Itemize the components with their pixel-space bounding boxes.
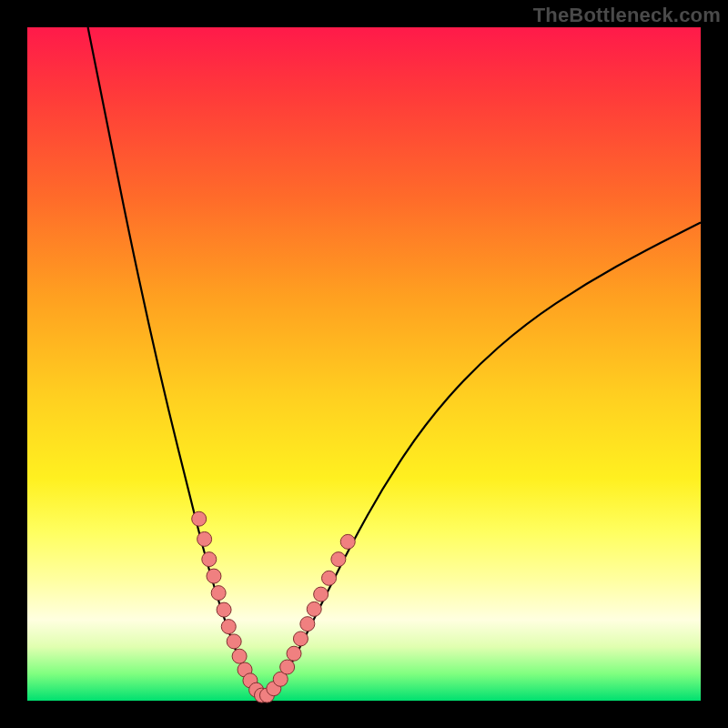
bead-right (307, 602, 321, 616)
bead-right (280, 660, 295, 674)
bead-right (293, 632, 308, 646)
bead-left (211, 586, 226, 601)
curve-layer (27, 27, 701, 701)
bead-right (331, 552, 346, 567)
watermark-text: TheBottleneck.com (533, 4, 721, 27)
bead-left (202, 552, 217, 567)
bead-left (197, 531, 212, 546)
bead-left (227, 634, 241, 649)
curve-right-branch (263, 223, 701, 698)
bead-left (232, 649, 247, 663)
curve-left-branch (88, 27, 263, 697)
bead-right (322, 571, 337, 585)
bead-right (300, 617, 315, 632)
bead-left (192, 511, 207, 526)
bead-left (217, 602, 231, 617)
bead-right (340, 534, 355, 549)
bead-left (207, 569, 221, 583)
bead-markers (192, 511, 356, 703)
bead-right (314, 587, 329, 602)
chart-canvas: TheBottleneck.com (0, 0, 728, 728)
bead-left (221, 620, 236, 634)
plot-area (27, 27, 701, 701)
bead-right (287, 646, 301, 661)
